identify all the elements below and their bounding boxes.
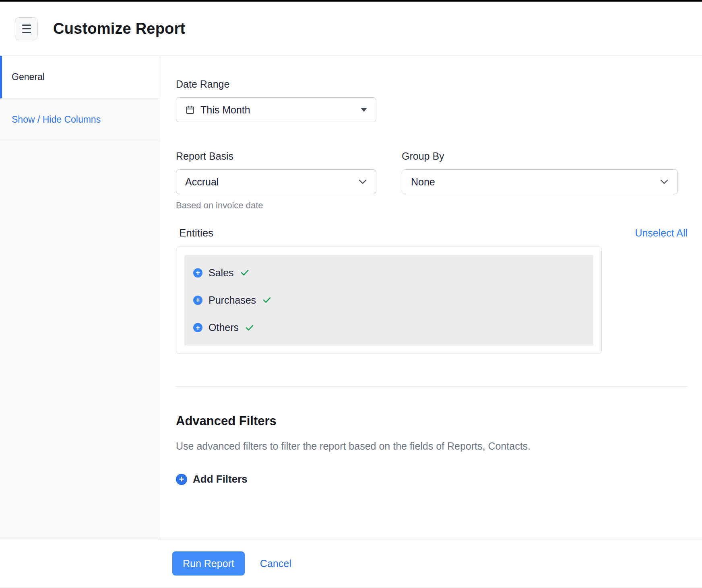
group-by-field: Group By None (402, 150, 678, 211)
sidebar-item-show-hide-columns[interactable]: Show / Hide Columns (0, 99, 160, 141)
page-title: Customize Report (53, 20, 185, 37)
sidebar-item-label: Show / Hide Columns (12, 114, 101, 125)
entity-label: Others (209, 322, 239, 333)
chevron-down-icon (660, 179, 669, 185)
calendar-icon (185, 105, 195, 115)
run-report-button[interactable]: Run Report (172, 551, 245, 576)
report-basis-select[interactable]: Accrual (176, 169, 376, 194)
entity-label: Sales (209, 267, 234, 279)
expand-plus-icon[interactable]: + (193, 323, 202, 332)
check-icon (262, 296, 271, 304)
customize-report-page: Customize Report General Show / Hide Col… (0, 0, 702, 588)
sidebar-item-label: General (12, 72, 45, 82)
entity-label: Purchases (209, 294, 256, 306)
date-range-dropdown[interactable]: This Month (176, 97, 376, 122)
caret-down-icon (361, 108, 367, 112)
group-by-select[interactable]: None (402, 169, 678, 194)
check-icon (245, 324, 254, 331)
entities-label: Entities (176, 227, 213, 239)
cancel-button[interactable]: Cancel (260, 558, 291, 569)
body: General Show / Hide Columns Date Range (0, 56, 702, 539)
entity-row-others[interactable]: + Others (184, 315, 593, 341)
basis-group-row: Report Basis Accrual Based on invoice da… (176, 150, 688, 211)
add-filters-button[interactable]: + Add Filters (176, 473, 688, 485)
expand-plus-icon[interactable]: + (193, 268, 202, 278)
check-icon (240, 269, 249, 276)
group-by-value: None (411, 176, 660, 188)
date-range-value: This Month (200, 104, 361, 116)
expand-plus-icon[interactable]: + (193, 296, 202, 305)
hamburger-menu-button[interactable] (15, 17, 38, 40)
entities-box: + Sales + Purchases (176, 247, 602, 354)
entities-header: Entities Unselect All (176, 227, 688, 239)
header: Customize Report (0, 2, 702, 56)
sidebar-item-general[interactable]: General (0, 56, 160, 99)
footer: Run Report Cancel (0, 539, 702, 588)
report-basis-label: Report Basis (176, 150, 376, 162)
report-basis-field: Report Basis Accrual Based on invoice da… (176, 150, 376, 211)
section-divider (176, 386, 688, 387)
advanced-filters-description: Use advanced filters to filter the repor… (176, 440, 688, 452)
hamburger-icon (22, 25, 31, 26)
entity-row-purchases[interactable]: + Purchases (184, 287, 593, 313)
report-basis-value: Accrual (185, 176, 358, 188)
group-by-label: Group By (402, 150, 678, 162)
plus-circle-icon: + (176, 474, 187, 485)
chevron-down-icon (358, 179, 367, 185)
main-content: Date Range This Month Report Basis (160, 56, 702, 539)
unselect-all-link[interactable]: Unselect All (635, 227, 688, 239)
sidebar: General Show / Hide Columns (0, 56, 160, 539)
report-basis-helper: Based on invoice date (176, 200, 376, 211)
advanced-filters-title: Advanced Filters (176, 414, 688, 428)
entity-row-sales[interactable]: + Sales (184, 260, 593, 286)
date-range-label: Date Range (176, 78, 688, 90)
entities-list: + Sales + Purchases (184, 255, 593, 345)
add-filters-label: Add Filters (193, 473, 248, 485)
